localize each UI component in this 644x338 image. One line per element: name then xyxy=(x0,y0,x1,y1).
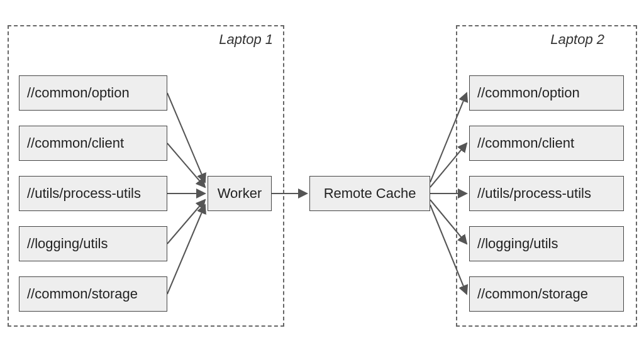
laptop2-title: Laptop 2 xyxy=(550,31,604,48)
laptop2-node-logging-utils: //logging/utils xyxy=(469,226,624,261)
worker-node: Worker xyxy=(208,176,272,211)
laptop2-node-common-option: //common/option xyxy=(469,75,624,111)
laptop1-node-common-storage: //common/storage xyxy=(19,276,167,312)
laptop1-node-utils-process-utils: //utils/process-utils xyxy=(19,176,167,211)
laptop2-node-common-client: //common/client xyxy=(469,126,624,161)
laptop1-node-common-client: //common/client xyxy=(19,126,167,161)
laptop1-node-logging-utils: //logging/utils xyxy=(19,226,167,261)
laptop1-title: Laptop 1 xyxy=(219,31,273,48)
laptop2-node-utils-process-utils: //utils/process-utils xyxy=(469,176,624,211)
laptop1-node-common-option: //common/option xyxy=(19,75,167,111)
remote-cache-node: Remote Cache xyxy=(309,176,430,211)
laptop2-node-common-storage: //common/storage xyxy=(469,276,624,312)
